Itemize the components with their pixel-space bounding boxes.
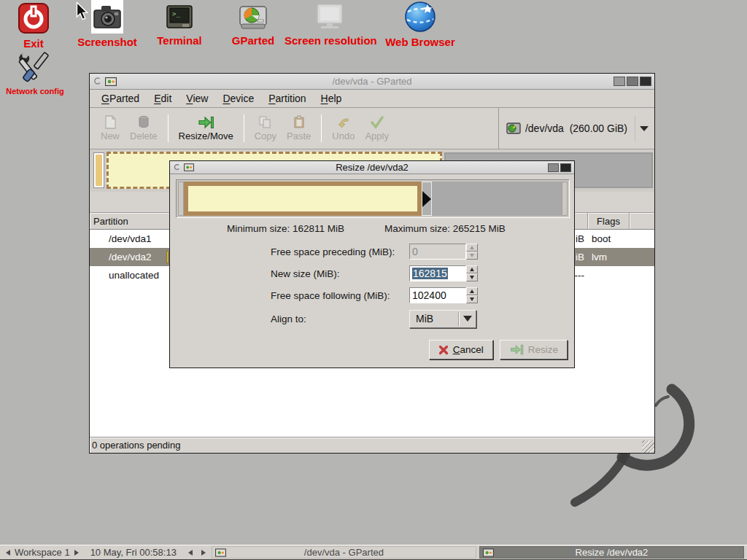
undo-icon	[336, 116, 350, 129]
flags-value: boot	[588, 233, 654, 244]
tool-label: Resize/Move	[179, 131, 233, 141]
status-bar: 0 operations pending	[90, 437, 654, 453]
menu-edit[interactable]: Edit	[147, 91, 179, 106]
free-space-following-input[interactable]: 102400	[409, 287, 466, 303]
menu-partition[interactable]: Partition	[261, 91, 313, 106]
dropdown-arrow-button[interactable]	[460, 316, 476, 322]
maximize-button[interactable]	[627, 77, 638, 86]
menu-view[interactable]: View	[179, 91, 215, 106]
toolbar-separator	[168, 114, 169, 142]
gparted-titlebar[interactable]: /dev/vda - GParted	[90, 74, 654, 90]
slider-right-handle[interactable]	[422, 182, 432, 216]
slider-partition-bar[interactable]	[184, 182, 422, 216]
field-label: Free space following (MiB):	[271, 290, 390, 301]
taskbar-item-resize-dialog[interactable]: Resize /dev/vda2	[479, 546, 744, 559]
icon-label: Screen resolution	[285, 34, 375, 47]
menu-help[interactable]: Help	[314, 91, 349, 106]
workspace-prev-icon[interactable]	[6, 550, 10, 556]
new-size-field[interactable]: 162815	[409, 265, 478, 281]
dialog-titlebar[interactable]: Resize /dev/vda2	[170, 161, 574, 174]
used-space	[96, 155, 102, 186]
key-icon	[166, 251, 169, 263]
window-list-prev-icon[interactable]	[188, 550, 193, 556]
desktop-icon-web-browser[interactable]: Web Browser	[385, 0, 455, 48]
flags-column-header[interactable]: Flags	[588, 213, 630, 230]
chevron-down-icon[interactable]	[640, 126, 649, 131]
spin-down[interactable]	[466, 295, 478, 303]
copy-icon	[258, 115, 272, 129]
resize-slider	[176, 179, 570, 218]
desktop-icon-gparted[interactable]: GParted	[228, 3, 279, 47]
icon-label: Terminal	[152, 34, 207, 47]
spin-up[interactable]	[466, 265, 478, 273]
workspace-next-icon[interactable]	[74, 550, 79, 556]
spin-up	[466, 244, 478, 252]
dropdown-value: MiB	[410, 313, 458, 324]
desktop-icon-exit[interactable]: Exit	[12, 1, 55, 50]
close-button[interactable]	[640, 77, 651, 86]
dialog-title: Resize /dev/vda2	[170, 162, 574, 173]
free-space-preceding-field: 0	[409, 244, 478, 260]
free-space-preceding-input: 0	[409, 244, 466, 260]
paste-button[interactable]: Paste	[282, 112, 316, 144]
task-title: /dev/vda - GParted	[212, 547, 476, 558]
taskbar-item-gparted[interactable]: /dev/vda - GParted	[212, 546, 476, 559]
tool-label: New	[101, 131, 120, 141]
tool-label: Delete	[130, 131, 158, 141]
device-drive-icon	[506, 122, 521, 134]
slider-left-cap	[178, 182, 184, 216]
window-list-next-icon[interactable]	[201, 550, 206, 556]
menu-device[interactable]: Device	[215, 91, 261, 106]
resize-move-button[interactable]: Resize/Move	[174, 113, 239, 144]
undo-button[interactable]: Undo	[327, 113, 360, 144]
icon-label: Exit	[12, 37, 55, 50]
svg-text:>_: >_	[172, 10, 180, 18]
tool-label: Copy	[255, 131, 276, 141]
cancel-label: Cancel	[453, 344, 484, 355]
apply-check-icon	[370, 116, 384, 129]
toolbar-separator	[321, 114, 322, 142]
chevron-down-icon	[463, 316, 472, 322]
new-size-input[interactable]: 162815	[409, 265, 466, 281]
icon-label: Screenshot	[76, 36, 139, 48]
debian-mini-icon	[93, 77, 102, 86]
slider-free-space[interactable]	[432, 182, 562, 216]
cancel-x-icon	[438, 345, 449, 355]
resize-arrow-icon	[509, 344, 524, 355]
free-space-following-field[interactable]: 102400	[409, 287, 478, 303]
minimize-button[interactable]	[614, 77, 625, 86]
new-partition-icon	[104, 115, 117, 129]
field-label: New size (MiB):	[271, 268, 340, 279]
desktop-icon-terminal[interactable]: >_ Terminal	[152, 3, 207, 47]
spin-up[interactable]	[466, 287, 478, 295]
workspace-label[interactable]: Workspace 1	[15, 547, 70, 558]
dialog-close-button[interactable]	[560, 163, 571, 172]
new-button[interactable]: New	[96, 112, 125, 144]
spinner[interactable]	[466, 287, 478, 303]
desktop: { "desktop": { "icons": [ { "label": "Ex…	[0, 0, 747, 560]
dialog-buttons: Cancel Resize	[429, 340, 568, 359]
dialog-shade-button[interactable]	[548, 163, 559, 172]
cancel-button[interactable]: Cancel	[429, 340, 493, 359]
delete-button[interactable]: Delete	[125, 112, 163, 144]
spin-down[interactable]	[466, 273, 478, 281]
icon-label: GParted	[228, 34, 279, 47]
icon-label: Network config	[3, 87, 67, 96]
copy-button[interactable]: Copy	[249, 112, 282, 144]
resize-button[interactable]: Resize	[500, 340, 568, 359]
resize-grip[interactable]	[642, 440, 654, 453]
task-title: Resize /dev/vda2	[480, 547, 743, 558]
visual-partition-vda1[interactable]	[94, 153, 104, 187]
desktop-icon-network-config[interactable]: Network config	[3, 50, 67, 96]
camera-icon	[91, 0, 123, 34]
menu-gparted[interactable]: GParted	[94, 91, 147, 106]
align-to-dropdown[interactable]: MiB	[409, 310, 476, 328]
handle-arrow-icon	[422, 191, 431, 207]
spinner[interactable]	[466, 265, 478, 281]
device-selector[interactable]: /dev/vda (260.00 GiB)	[498, 108, 654, 149]
flags-value: lvm	[588, 252, 654, 262]
desktop-icon-screen-resolution[interactable]: Screen resolution	[285, 3, 375, 47]
apply-button[interactable]: Apply	[360, 113, 394, 144]
globe-icon	[403, 0, 438, 34]
device-label: /dev/vda (260.00 GiB)	[525, 122, 627, 134]
